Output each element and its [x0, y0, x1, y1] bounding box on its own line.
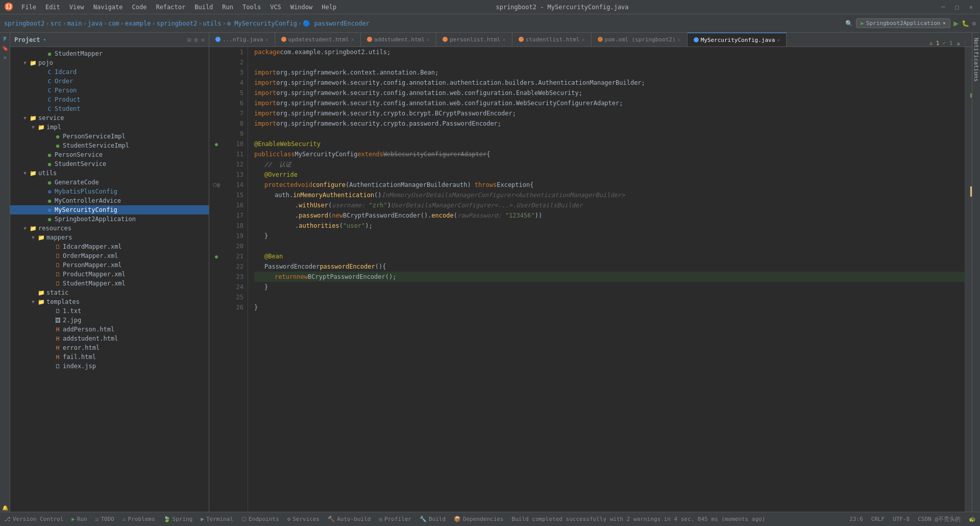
breadcrumb-java[interactable]: java: [88, 20, 103, 27]
tab-personlist[interactable]: personlist.html ✕: [436, 33, 512, 46]
menu-build[interactable]: Build: [190, 3, 217, 12]
tree-item-productmapper-xml[interactable]: 🗋 ProductMapper.xml: [10, 270, 209, 279]
expand-icon[interactable]: ▲: [957, 40, 960, 46]
run-button[interactable]: ▶: [953, 18, 959, 28]
code-editor[interactable]: package com.example.springboot2.utils; i…: [248, 47, 965, 512]
menu-code[interactable]: Code: [128, 3, 151, 12]
tree-item-mycontrolleradvice[interactable]: ● MyControllerAdvice: [10, 196, 209, 205]
tab-close-icon[interactable]: ✕: [427, 37, 430, 42]
tree-item-impl[interactable]: ▼ 📁 impl: [10, 123, 209, 132]
tab-close-icon[interactable]: ✕: [581, 37, 584, 42]
tree-item-studentservice[interactable]: ● StudentService: [10, 159, 209, 169]
menu-file[interactable]: File: [17, 3, 40, 12]
tree-item-resources[interactable]: ▼ 📁 resources: [10, 224, 209, 233]
notification-right-icon[interactable]: Notifications: [973, 34, 979, 86]
tab-close-icon[interactable]: ✕: [777, 37, 780, 43]
tree-item-mysercurityconfig[interactable]: ⚙ MySercurityConfig ◄: [10, 205, 209, 214]
tree-item-personmapper-xml[interactable]: 🗋 PersonMapper.xml: [10, 260, 209, 270]
tab-close-icon[interactable]: ✕: [678, 37, 681, 42]
status-dependencies[interactable]: 📦 Dependencies: [454, 516, 503, 522]
tree-item-mybatisplusconfig[interactable]: ⚙ MybatisPlusConfig: [10, 187, 209, 196]
tree-item-mappers[interactable]: ▼ 📁 mappers: [10, 233, 209, 242]
tree-item-1txt[interactable]: 🗋 1.txt: [10, 306, 209, 316]
menu-vcs[interactable]: VCS: [266, 3, 285, 12]
status-terminal[interactable]: ▶ Terminal: [201, 516, 233, 522]
breadcrumb-springboot2[interactable]: springboot2: [4, 20, 44, 27]
tree-item-addstudent-html[interactable]: H addstudent.html: [10, 334, 209, 343]
tree-item-static[interactable]: 📁 static: [10, 288, 209, 297]
tab-close-icon[interactable]: ✕: [351, 37, 354, 42]
status-build[interactable]: 🔧 Build: [420, 516, 446, 522]
status-profiler[interactable]: ◎ Profiler: [379, 516, 411, 522]
debug-button[interactable]: 🐛: [962, 20, 969, 27]
menu-help[interactable]: Help: [317, 3, 340, 12]
menu-window[interactable]: Window: [286, 3, 316, 12]
breadcrumb-src[interactable]: src: [51, 20, 62, 27]
status-todo[interactable]: ☑ TODO: [95, 516, 114, 522]
tab-addstudent[interactable]: addstudent.html ✕: [361, 33, 436, 46]
tree-item-ordermapper-xml[interactable]: 🗋 OrderMapper.xml: [10, 251, 209, 260]
run-config-selector[interactable]: ▶ Springboot2Application ▾: [856, 18, 950, 28]
right-scrollbar[interactable]: [965, 47, 972, 512]
tree-item-student[interactable]: C Student: [10, 104, 209, 113]
maximize-button[interactable]: □: [952, 4, 962, 11]
tree-item-product[interactable]: C Product: [10, 95, 209, 104]
tree-item-springboot2application[interactable]: ● Springboot2Application: [10, 214, 209, 224]
settings-icon[interactable]: ⚙: [972, 20, 976, 27]
tree-item-studentserviceimpl[interactable]: ● StudentServiceImpl: [10, 141, 209, 150]
status-auto-build[interactable]: 🔨 Auto-build: [328, 516, 371, 522]
tree-item-personservice[interactable]: ● PersonService: [10, 150, 209, 159]
status-version-control[interactable]: ⎇ Version Control: [4, 516, 63, 522]
tab-close-icon[interactable]: ✕: [502, 37, 505, 42]
dropdown-icon[interactable]: ▾: [43, 37, 46, 42]
structure-icon[interactable]: ≡: [1, 53, 9, 61]
menu-edit[interactable]: Edit: [41, 3, 64, 12]
tree-item-addperson-html[interactable]: H addPerson.html: [10, 325, 209, 334]
tree-item-personserviceimpl[interactable]: ● PersonServiceImpl: [10, 132, 209, 141]
tab-mysercurityconfig[interactable]: MySercurityConfig.java ✕: [688, 33, 787, 46]
close-button[interactable]: ✕: [966, 4, 976, 11]
breadcrumb-utils[interactable]: utils: [203, 20, 221, 27]
tree-item-index-jsp[interactable]: 🗋 index.jsp: [10, 362, 209, 371]
bookmark-icon[interactable]: 🔖: [1, 44, 9, 52]
tab-close-icon[interactable]: ✕: [265, 37, 268, 42]
tree-item-service[interactable]: ▼ 📁 service: [10, 113, 209, 123]
notification-icon[interactable]: 🔔: [1, 504, 9, 512]
tab-updatestudent[interactable]: updatestudent.html ✕: [275, 33, 361, 46]
tree-item-generatecode[interactable]: ● GenerateCode: [10, 178, 209, 187]
menu-refactor[interactable]: Refactor: [152, 3, 189, 12]
menu-view[interactable]: View: [65, 3, 88, 12]
gear-icon[interactable]: ⚙: [194, 36, 198, 43]
tree-item-studentmapper[interactable]: ● StudentMapper: [10, 49, 209, 58]
status-services[interactable]: ⚙ Services: [287, 516, 320, 522]
breadcrumb-main[interactable]: main: [67, 20, 82, 27]
tab-pom-xml[interactable]: pom.xml (springboot2) ✕: [592, 33, 688, 46]
status-run[interactable]: ▶ Run: [71, 516, 87, 522]
tree-item-studentmapper-xml[interactable]: 🗋 StudentMapper.xml: [10, 279, 209, 288]
more-icon[interactable]: ⋮: [962, 40, 968, 46]
tree-item-order[interactable]: C Order: [10, 77, 209, 86]
tree-item-error-html[interactable]: H error.html: [10, 343, 209, 352]
status-spring[interactable]: 🍃 Spring: [163, 516, 193, 522]
search-icon[interactable]: 🔍: [845, 20, 853, 27]
breadcrumb-springboot2-2[interactable]: springboot2: [157, 20, 197, 27]
tab-config-java[interactable]: ...nfig.java ✕: [209, 33, 275, 46]
breadcrumb-com[interactable]: com: [108, 20, 119, 27]
tree-item-templates[interactable]: ▼ 📁 templates: [10, 297, 209, 306]
menu-tools[interactable]: Tools: [238, 3, 265, 12]
tree-item-pojo[interactable]: ▼ 📁 pojo: [10, 58, 209, 67]
close-panel-icon[interactable]: ✕: [201, 36, 205, 43]
tree-item-fail-html[interactable]: H fail.html: [10, 352, 209, 362]
tree-item-2jpg[interactable]: 🖼 2.jpg: [10, 316, 209, 325]
breadcrumb-mysercurityconfig[interactable]: ⚙ MySercurityConfig: [227, 20, 297, 27]
breadcrumb-passwordencoder[interactable]: 🔵 passwordEncoder: [303, 20, 370, 27]
status-endpoints[interactable]: ⬡ Endpoints: [241, 516, 279, 522]
menu-run[interactable]: Run: [218, 3, 237, 12]
tab-studentlist[interactable]: studentlist.html ✕: [512, 33, 592, 46]
project-icon[interactable]: P: [1, 35, 9, 43]
menu-navigate[interactable]: Navigate: [89, 3, 127, 12]
tree-item-person[interactable]: C Person: [10, 86, 209, 95]
minimize-button[interactable]: ─: [938, 4, 948, 11]
tree-item-utils[interactable]: ▼ 📁 utils: [10, 169, 209, 178]
collapse-all-icon[interactable]: ⊟: [187, 36, 191, 43]
